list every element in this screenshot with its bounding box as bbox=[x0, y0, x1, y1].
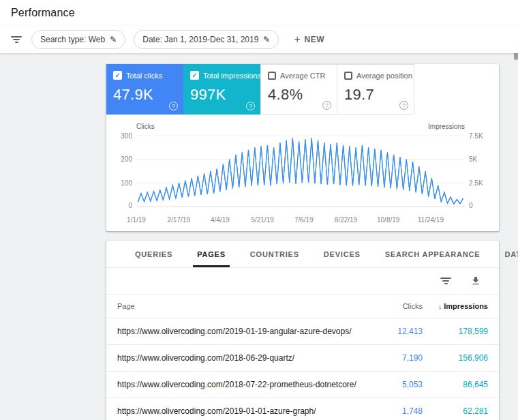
x-axis-tick: 7/6/19 bbox=[294, 216, 314, 224]
metric-card-average-ctr[interactable]: Average CTR 4.8% ? bbox=[260, 64, 337, 115]
table-filter-icon[interactable] bbox=[439, 276, 453, 286]
column-header-clicks[interactable]: Clicks bbox=[369, 302, 423, 310]
tab-pages[interactable]: PAGES bbox=[185, 241, 238, 267]
impressions-value: 156,906 bbox=[423, 353, 499, 363]
metric-label: Total clicks bbox=[126, 72, 162, 80]
tab-search-appearance[interactable]: SEARCH APPEARANCE bbox=[373, 241, 493, 267]
performance-chart: Clicks Impressions 300 200 100 0 bbox=[106, 115, 499, 231]
x-axis-tick: 8/22/19 bbox=[335, 216, 357, 224]
impressions-value: 62,281 bbox=[423, 406, 499, 416]
page-title: Performance bbox=[11, 7, 75, 19]
page-url[interactable]: https://www.olivercoding.com/2019-01-01-… bbox=[106, 406, 369, 416]
table-row[interactable]: https://www.olivercoding.com/2019-01-01-… bbox=[106, 398, 499, 420]
help-icon[interactable]: ? bbox=[399, 101, 408, 110]
column-header-impressions[interactable]: ↓Impressions bbox=[423, 302, 499, 310]
table-header: Page Clicks ↓Impressions bbox=[106, 294, 499, 318]
clicks-value: 1,748 bbox=[369, 406, 423, 416]
overview-panel: ✓ Total clicks 47.9K ? ✓ Total impressio… bbox=[106, 64, 499, 231]
left-axis-ticks: 300 200 100 0 bbox=[116, 133, 136, 209]
help-icon[interactable]: ? bbox=[322, 101, 331, 110]
metric-label: Total impressions bbox=[203, 72, 261, 80]
axis-tick: 7.5K bbox=[469, 132, 483, 140]
chart-svg bbox=[136, 133, 465, 209]
help-icon[interactable]: ? bbox=[246, 102, 255, 110]
metric-value: 19.7 bbox=[344, 86, 407, 104]
edit-icon: ✎ bbox=[110, 35, 117, 44]
clicks-value: 5,053 bbox=[369, 380, 423, 389]
page-url[interactable]: https://www.olivercoding.com/2018-06-29-… bbox=[106, 353, 369, 363]
filter-toolbar: Search type: Web ✎ Date: Jan 1, 2019-Dec… bbox=[0, 26, 518, 53]
tab-queries[interactable]: QUERIES bbox=[123, 241, 185, 267]
main-content: ✓ Total clicks 47.9K ? ✓ Total impressio… bbox=[106, 64, 499, 420]
download-icon[interactable] bbox=[470, 275, 481, 286]
metric-label: Average CTR bbox=[280, 72, 325, 80]
column-header-page[interactable]: Page bbox=[106, 302, 369, 310]
checkbox-checked-icon[interactable]: ✓ bbox=[190, 71, 199, 80]
x-axis-tick: 2/17/19 bbox=[167, 216, 189, 224]
x-axis-tick: 1/1/19 bbox=[127, 216, 146, 224]
new-filter-button-label: NEW bbox=[304, 35, 324, 44]
clicks-value: 12,413 bbox=[369, 327, 423, 336]
left-axis-title: Clicks bbox=[136, 123, 155, 130]
checkbox-unchecked-icon[interactable] bbox=[268, 72, 276, 80]
x-axis-tick: 4/4/19 bbox=[211, 216, 230, 224]
impressions-value: 86,645 bbox=[423, 380, 499, 389]
metric-cards: ✓ Total clicks 47.9K ? ✓ Total impressio… bbox=[106, 64, 499, 115]
x-axis-tick: 10/8/19 bbox=[377, 216, 399, 224]
metric-card-total-impressions[interactable]: ✓ Total impressions 997K ? bbox=[183, 64, 260, 115]
metric-card-average-position[interactable]: Average position 19.7 ? bbox=[337, 64, 414, 115]
date-range-chip-label: Date: Jan 1, 2019-Dec 31, 2019 bbox=[142, 35, 258, 44]
axis-tick: 2.5K bbox=[469, 179, 483, 187]
axis-tick: 0 bbox=[128, 202, 132, 209]
axis-tick: 300 bbox=[121, 132, 132, 140]
metric-card-total-clicks[interactable]: ✓ Total clicks 47.9K ? bbox=[106, 64, 183, 115]
x-axis-tick: 11/24/19 bbox=[418, 216, 444, 224]
plus-icon: + bbox=[294, 33, 301, 46]
help-icon[interactable]: ? bbox=[169, 102, 178, 110]
table-row[interactable]: https://www.olivercoding.com/2019-01-19-… bbox=[106, 318, 499, 345]
right-axis-ticks: 7.5K 5K 2.5K 0 bbox=[465, 133, 489, 209]
tab-countries[interactable]: COUNTRIES bbox=[238, 241, 311, 267]
checkbox-checked-icon[interactable]: ✓ bbox=[113, 71, 122, 80]
table-toolbar bbox=[106, 268, 499, 294]
sort-desc-icon: ↓ bbox=[438, 302, 442, 310]
dimension-tabs: QUERIES PAGES COUNTRIES DEVICES SEARCH A… bbox=[106, 241, 499, 268]
edit-icon: ✎ bbox=[263, 35, 270, 44]
chart-plot[interactable] bbox=[136, 133, 465, 209]
search-type-chip-label: Search type: Web bbox=[40, 35, 105, 44]
metric-label: Average position bbox=[356, 72, 412, 80]
filter-icon[interactable] bbox=[10, 35, 23, 44]
search-type-chip[interactable]: Search type: Web ✎ bbox=[31, 30, 125, 49]
tab-devices[interactable]: DEVICES bbox=[311, 241, 373, 267]
tab-dates[interactable]: DATES bbox=[492, 241, 518, 267]
metric-value: 4.8% bbox=[268, 86, 330, 104]
right-axis-title: Impressions bbox=[428, 123, 465, 130]
axis-tick: 100 bbox=[121, 179, 132, 187]
x-axis-tick: 5/21/19 bbox=[251, 216, 273, 224]
axis-tick: 5K bbox=[469, 155, 477, 163]
page-url[interactable]: https://www.olivercoding.com/2018-07-22-… bbox=[106, 380, 369, 389]
impressions-value: 178,599 bbox=[423, 327, 499, 336]
metric-value: 47.9K bbox=[113, 86, 177, 104]
table-row[interactable]: https://www.olivercoding.com/2018-06-29-… bbox=[106, 345, 499, 372]
date-range-chip[interactable]: Date: Jan 1, 2019-Dec 31, 2019 ✎ bbox=[134, 30, 279, 49]
clicks-value: 7,190 bbox=[369, 353, 423, 363]
clicks-line bbox=[138, 138, 463, 205]
axis-tick: 0 bbox=[469, 202, 473, 209]
table-row[interactable]: https://www.olivercoding.com/2018-07-22-… bbox=[106, 372, 499, 398]
column-header-impressions-label: Impressions bbox=[444, 302, 488, 310]
metric-value: 997K bbox=[190, 86, 254, 104]
dimensions-panel: QUERIES PAGES COUNTRIES DEVICES SEARCH A… bbox=[106, 241, 499, 420]
axis-tick: 200 bbox=[121, 155, 132, 163]
new-filter-button[interactable]: + NEW bbox=[290, 33, 329, 46]
page-url[interactable]: https://www.olivercoding.com/2019-01-19-… bbox=[106, 327, 369, 336]
title-bar: Performance bbox=[0, 0, 518, 26]
x-axis: 1/1/19 2/17/19 4/4/19 5/21/19 7/6/19 8/2… bbox=[136, 216, 465, 224]
checkbox-unchecked-icon[interactable] bbox=[344, 72, 352, 80]
impressions-line bbox=[138, 138, 463, 205]
